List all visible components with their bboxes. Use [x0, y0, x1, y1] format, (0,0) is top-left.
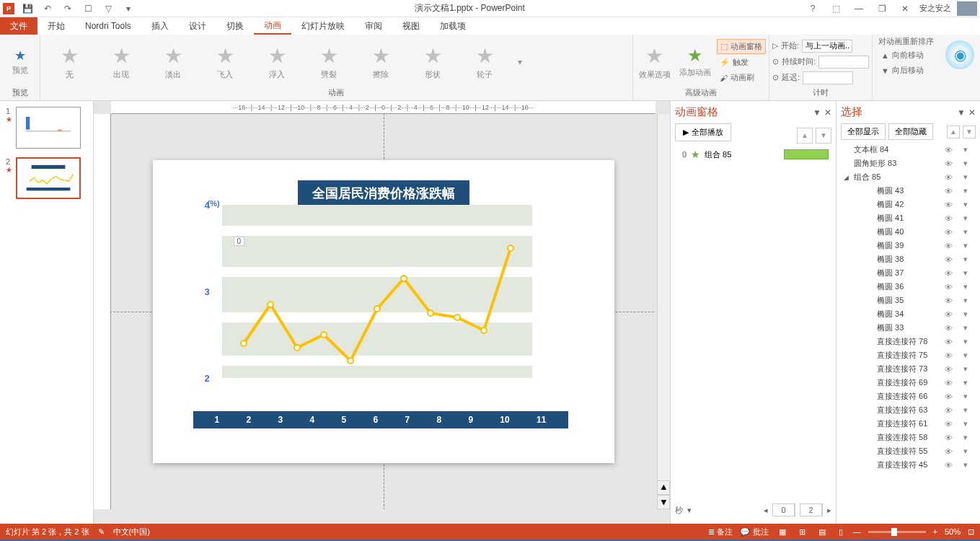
slideshow-view-button[interactable]: ▯ — [836, 527, 846, 537]
visibility-toggle[interactable]: 👁 — [941, 214, 955, 223]
play-all-button[interactable]: ▶全部播放 — [675, 123, 731, 141]
sel-item[interactable]: 直接连接符 55👁▾ — [841, 444, 976, 458]
effect-劈裂[interactable]: ★劈裂 — [310, 43, 348, 82]
effect-轮子[interactable]: ★轮子 — [466, 43, 503, 82]
effect-出现[interactable]: ★出现 — [102, 43, 140, 82]
sel-item[interactable]: 椭圆 38👁▾ — [841, 252, 976, 266]
animation-pane-toggle[interactable]: ⬚动画窗格 — [717, 39, 766, 54]
anim-pane-close[interactable]: ✕ — [824, 107, 831, 118]
spellcheck-icon[interactable]: ✎ — [98, 527, 105, 537]
sel-move-down[interactable]: ▼ — [963, 126, 976, 138]
sel-item[interactable]: 直接连接符 58👁▾ — [841, 431, 976, 444]
visibility-toggle[interactable]: 👁 — [941, 392, 955, 401]
move-forward-button[interactable]: ▲向前移动 — [878, 48, 934, 62]
visibility-toggle[interactable]: 👁 — [941, 351, 955, 360]
sel-pane-menu[interactable]: ▼ — [957, 107, 966, 118]
notes-button[interactable]: ≣ 备注 — [708, 527, 733, 537]
normal-view-button[interactable]: ▦ — [776, 527, 789, 537]
anim-item-0[interactable]: 0 ★ 组合 85 — [675, 147, 831, 162]
anim-move-down[interactable]: ▼ — [816, 128, 831, 144]
sel-item[interactable]: 直接连接符 45👁▾ — [841, 458, 976, 472]
effects-more[interactable]: ▾ — [518, 57, 522, 67]
anim-move-up[interactable]: ▲ — [797, 128, 813, 144]
help-button[interactable]: ? — [804, 0, 821, 17]
sel-item[interactable]: 椭圆 36👁▾ — [841, 280, 976, 294]
visibility-toggle[interactable]: 👁 — [941, 310, 955, 319]
timing-start-input[interactable] — [802, 40, 852, 53]
thumbnail-1[interactable]: 1★ — [6, 107, 87, 149]
tab-file[interactable]: 文件 — [0, 17, 37, 35]
sel-item[interactable]: 椭圆 43👁▾ — [841, 184, 976, 198]
trigger-button[interactable]: ⚡触发 — [717, 56, 766, 69]
sel-item[interactable]: 圆角矩形 83👁▾ — [841, 157, 976, 170]
visibility-toggle[interactable]: 👁 — [941, 242, 955, 250]
visibility-toggle[interactable]: 👁 — [941, 461, 955, 470]
visibility-toggle[interactable]: 👁 — [941, 420, 955, 428]
animation-painter-button[interactable]: 🖌动画刷 — [717, 71, 766, 84]
next-slide-button[interactable]: ⯆ — [657, 495, 670, 509]
hide-all-button[interactable]: 全部隐藏 — [888, 123, 933, 140]
tab-视图[interactable]: 视图 — [392, 17, 430, 35]
sel-item[interactable]: 直接连接符 69👁▾ — [841, 376, 976, 390]
zoom-in-button[interactable]: + — [933, 527, 937, 536]
sel-item[interactable]: ◢组合 85👁▾ — [841, 170, 976, 184]
visibility-toggle[interactable]: 👁 — [941, 187, 955, 195]
timeline-end-spinner[interactable]: 2 — [800, 503, 823, 516]
tab-动画[interactable]: 动画 — [254, 17, 291, 35]
visibility-toggle[interactable]: 👁 — [941, 379, 955, 387]
canvas[interactable]: 全国居民消费价格涨跌幅 (%) 234 0 1234567891011 — [111, 114, 655, 509]
move-backward-button[interactable]: ▼向后移动 — [878, 63, 934, 77]
chart[interactable]: (%) 234 0 1234567891011 — [215, 205, 539, 400]
visibility-toggle[interactable]: 👁 — [941, 296, 955, 305]
chart-title[interactable]: 全国居民消费价格涨跌幅 — [298, 180, 469, 206]
comments-button[interactable]: 💬 批注 — [740, 527, 768, 537]
visibility-toggle[interactable]: 👁 — [941, 434, 955, 442]
sel-item[interactable]: 椭圆 41👁▾ — [841, 211, 976, 225]
effect-无[interactable]: ★无 — [50, 43, 88, 82]
effect-擦除[interactable]: ★擦除 — [362, 43, 399, 82]
visibility-toggle[interactable]: 👁 — [941, 228, 955, 237]
timeline-start-spinner[interactable]: 0 — [772, 503, 795, 516]
maximize-button[interactable]: ❐ — [873, 0, 891, 17]
sel-item[interactable]: 椭圆 42👁▾ — [841, 198, 976, 211]
sel-item[interactable]: 椭圆 35👁▾ — [841, 294, 976, 307]
qat-save[interactable]: 💾 — [20, 1, 35, 16]
sel-item[interactable]: 椭圆 34👁▾ — [841, 307, 976, 321]
tab-插入[interactable]: 插入 — [141, 17, 179, 35]
visibility-toggle[interactable]: 👁 — [941, 269, 955, 278]
qat-touch[interactable]: ☐ — [81, 1, 95, 16]
sel-item[interactable]: 直接连接符 73👁▾ — [841, 362, 976, 376]
sel-item[interactable]: 椭圆 39👁▾ — [841, 239, 976, 252]
zoom-out-button[interactable]: — — [853, 527, 861, 536]
sel-item[interactable]: 直接连接符 66👁▾ — [841, 390, 976, 403]
sorter-view-button[interactable]: ⊞ — [796, 527, 808, 537]
sel-move-up[interactable]: ▲ — [947, 126, 960, 138]
sel-item[interactable]: 椭圆 40👁▾ — [841, 225, 976, 239]
anim-timeline-bar[interactable] — [784, 149, 829, 159]
visibility-toggle[interactable]: 👁 — [941, 255, 955, 264]
sel-item[interactable]: 直接连接符 78👁▾ — [841, 335, 976, 348]
effect-形状[interactable]: ★形状 — [414, 43, 451, 82]
visibility-toggle[interactable]: 👁 — [941, 146, 955, 154]
sel-item[interactable]: 文本框 84👁▾ — [841, 143, 976, 157]
tab-切换[interactable]: 切换 — [216, 17, 254, 35]
visibility-toggle[interactable]: 👁 — [941, 283, 955, 291]
timing-delay-input[interactable] — [803, 71, 853, 84]
effect-飞入[interactable]: ★飞入 — [206, 43, 244, 82]
visibility-toggle[interactable]: 👁 — [941, 324, 955, 333]
language-indicator[interactable]: 中文(中国) — [113, 527, 150, 537]
timing-duration-input[interactable] — [818, 56, 869, 69]
effect-淡出[interactable]: ★淡出 — [154, 43, 192, 82]
tab-设计[interactable]: 设计 — [179, 17, 216, 35]
thumbnail-2[interactable]: 2★ — [6, 157, 87, 199]
ribbon-display-button[interactable]: ⬚ — [827, 0, 844, 17]
minimize-button[interactable]: — — [850, 0, 868, 17]
sel-item[interactable]: 直接连接符 63👁▾ — [841, 403, 976, 417]
tab-审阅[interactable]: 审阅 — [355, 17, 392, 35]
sel-pane-close[interactable]: ✕ — [968, 107, 976, 118]
qat-undo[interactable]: ↶ — [40, 1, 55, 16]
zoom-level[interactable]: 50% — [945, 527, 961, 536]
sel-item[interactable]: 椭圆 33👁▾ — [841, 321, 976, 335]
zoom-slider[interactable] — [868, 531, 926, 533]
sel-item[interactable]: 椭圆 37👁▾ — [841, 266, 976, 280]
